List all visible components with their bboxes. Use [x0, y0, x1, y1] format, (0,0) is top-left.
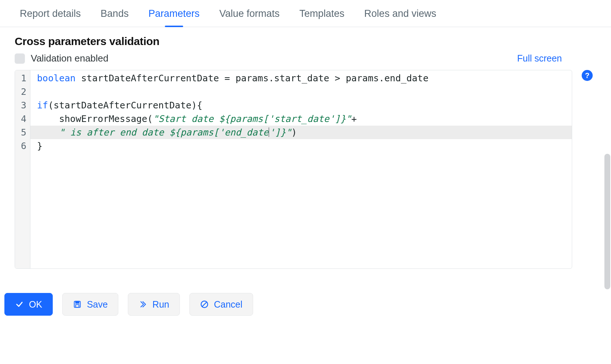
code-line[interactable]: boolean startDateAfterCurrentDate = para…	[37, 71, 572, 85]
code-line[interactable]: showErrorMessage("Start date ${params['s…	[37, 112, 572, 126]
code-editor[interactable]: 1 2 3 4 5 6 boolean startDateAfterCurren…	[15, 70, 572, 269]
tab-bar: Report details Bands Parameters Value fo…	[0, 0, 611, 27]
tab-value-formats[interactable]: Value formats	[218, 9, 281, 27]
run-icon	[138, 300, 147, 309]
tab-parameters[interactable]: Parameters	[147, 9, 201, 27]
run-label: Run	[152, 299, 169, 310]
checkbox-label: Validation enabled	[31, 53, 108, 64]
footer-button-bar: OK Save R	[4, 278, 253, 316]
save-button[interactable]: Save	[62, 293, 118, 316]
tab-templates[interactable]: Templates	[298, 9, 346, 27]
cross-params-section: Cross parameters validation Validation e…	[0, 27, 611, 269]
tab-report-details[interactable]: Report details	[18, 9, 82, 27]
cancel-icon	[200, 300, 209, 309]
run-button[interactable]: Run	[128, 293, 180, 316]
cancel-label: Cancel	[214, 299, 242, 310]
checkbox-icon[interactable]	[15, 53, 25, 64]
scrollbar[interactable]	[604, 29, 610, 293]
code-line[interactable]: " is after end date ${params['end_date']…	[30, 126, 572, 139]
cancel-button[interactable]: Cancel	[189, 293, 253, 316]
scrollbar-thumb[interactable]	[604, 154, 610, 289]
check-icon	[15, 300, 24, 309]
ok-button[interactable]: OK	[4, 293, 53, 316]
tab-roles-and-views[interactable]: Roles and views	[363, 9, 438, 27]
ok-label: OK	[29, 299, 42, 310]
code-line[interactable]: }	[37, 139, 572, 153]
svg-rect-2	[76, 305, 79, 307]
code-gutter: 1 2 3 4 5 6	[15, 70, 30, 268]
help-icon[interactable]: ?	[582, 70, 593, 81]
svg-line-4	[202, 302, 207, 307]
validation-enabled-field[interactable]: Validation enabled	[15, 53, 108, 64]
section-title: Cross parameters validation	[15, 35, 593, 48]
code-body[interactable]: boolean startDateAfterCurrentDate = para…	[30, 70, 572, 268]
save-label: Save	[87, 299, 108, 310]
code-line[interactable]: if(startDateAfterCurrentDate){	[37, 99, 572, 112]
svg-rect-1	[76, 301, 79, 304]
fullscreen-link[interactable]: Full screen	[517, 53, 562, 64]
save-icon	[73, 300, 82, 309]
code-line[interactable]	[37, 85, 572, 99]
tab-bands[interactable]: Bands	[99, 9, 130, 27]
